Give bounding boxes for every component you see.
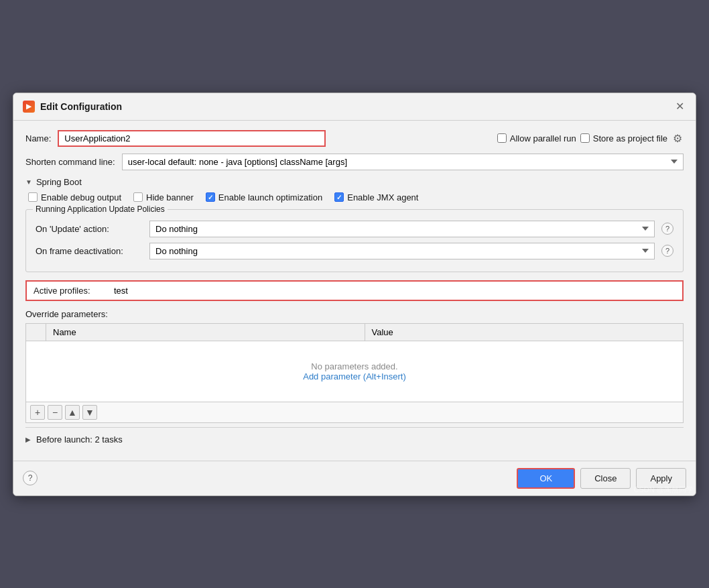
- watermark: CSDN @陶然同学: [634, 485, 694, 495]
- update-action-select[interactable]: Do nothing Update classes and resources …: [149, 221, 655, 237]
- move-up-button[interactable]: ▲: [65, 405, 80, 420]
- gear-icon[interactable]: ⚙: [671, 132, 684, 144]
- table-value-col: Value: [365, 324, 684, 341]
- frame-deactivation-label: On frame deactivation:: [36, 246, 143, 256]
- before-launch-row: ▶ Before launch: 2 tasks: [25, 427, 684, 451]
- store-project-label[interactable]: Store as project file: [580, 133, 667, 143]
- dialog-title: Edit Configuration: [40, 101, 122, 112]
- footer-help-icon[interactable]: ?: [23, 471, 38, 485]
- shorten-label: Shorten command line:: [25, 157, 115, 167]
- enable-debug-checkbox[interactable]: [28, 192, 38, 202]
- spring-boot-label: Spring Boot: [36, 177, 82, 187]
- override-params-label: Override parameters:: [25, 309, 684, 319]
- enable-jmx-checkbox[interactable]: [334, 192, 344, 202]
- enable-launch-checkbox[interactable]: [206, 192, 215, 202]
- update-action-help-icon[interactable]: ?: [661, 223, 673, 235]
- enable-debug-item[interactable]: Enable debug output: [28, 192, 121, 202]
- app-icon: ▶: [23, 101, 35, 113]
- hide-banner-label: Hide banner: [146, 192, 194, 202]
- store-project-checkbox[interactable]: [580, 133, 590, 143]
- table-toolbar: + − ▲ ▼: [26, 402, 683, 422]
- name-label: Name:: [25, 133, 51, 143]
- enable-debug-label: Enable debug output: [41, 192, 121, 202]
- close-button[interactable]: Close: [580, 468, 631, 489]
- enable-launch-item[interactable]: Enable launch optimization: [206, 192, 322, 202]
- enable-jmx-item[interactable]: Enable JMX agent: [334, 192, 418, 202]
- name-input[interactable]: [58, 130, 326, 147]
- before-launch-collapse-icon[interactable]: ▶: [25, 436, 31, 443]
- close-icon[interactable]: ✕: [673, 100, 686, 113]
- table-empty: No parameters added. Add parameter (Alt+…: [26, 341, 683, 402]
- update-action-label: On 'Update' action:: [36, 224, 143, 234]
- enable-jmx-label: Enable JMX agent: [347, 192, 418, 202]
- before-launch-label: Before launch: 2 tasks: [36, 434, 123, 445]
- active-profiles-row: Active profiles:: [25, 280, 684, 301]
- shorten-select[interactable]: user-local default: none - java [options…: [122, 154, 684, 170]
- add-row-button[interactable]: +: [30, 405, 45, 420]
- running-legend: Running Application Update Policies: [33, 204, 168, 214]
- enable-launch-label: Enable launch optimization: [218, 192, 322, 202]
- table-check-col: [26, 324, 46, 341]
- frame-deactivation-select[interactable]: Do nothing Update classes and resources …: [149, 243, 655, 259]
- allow-parallel-label[interactable]: Allow parallel run: [497, 133, 576, 143]
- spring-boot-collapse-icon[interactable]: ▼: [25, 178, 32, 186]
- hide-banner-item[interactable]: Hide banner: [133, 192, 194, 202]
- add-parameter-link[interactable]: Add parameter (Alt+Insert): [303, 371, 406, 381]
- ok-button[interactable]: OK: [517, 468, 575, 489]
- active-profiles-input[interactable]: [114, 286, 675, 296]
- table-name-col: Name: [46, 324, 365, 341]
- move-down-button[interactable]: ▼: [82, 405, 97, 420]
- hide-banner-checkbox[interactable]: [133, 192, 143, 202]
- remove-row-button[interactable]: −: [48, 405, 62, 420]
- frame-deactivation-help-icon[interactable]: ?: [661, 245, 673, 257]
- table-header: Name Value: [26, 324, 683, 341]
- active-profiles-label: Active profiles:: [34, 286, 107, 296]
- allow-parallel-checkbox[interactable]: [497, 133, 507, 143]
- override-params-table: Name Value No parameters added. Add para…: [25, 323, 684, 423]
